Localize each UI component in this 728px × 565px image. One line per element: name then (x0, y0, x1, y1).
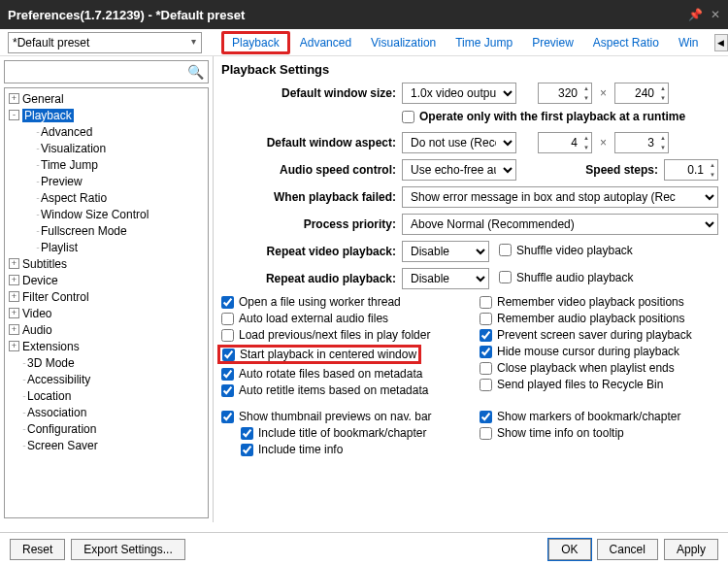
operate-only-label[interactable]: Operate only with the first playback at … (419, 110, 685, 123)
shuffle-video-checkbox[interactable] (499, 244, 512, 256)
tree-item-general[interactable]: +General (5, 90, 208, 107)
shuffle-audio-checkbox[interactable] (499, 271, 512, 283)
tree-item-3d-mode[interactable]: ··3D Mode (5, 354, 208, 371)
tree-item-fullscreen-mode[interactable]: ··Fullscreen Mode (5, 222, 208, 239)
expand-icon[interactable]: + (9, 275, 19, 285)
tree-item-location[interactable]: ··Location (5, 387, 208, 404)
checkbox-label[interactable]: Start playback in centered window (240, 348, 416, 361)
tree-item-playlist[interactable]: ··Playlist (5, 239, 208, 255)
checkbox-label[interactable]: Auto retitle items based on metadata (239, 383, 428, 397)
checkbox[interactable] (222, 349, 235, 361)
shuffle-video-label[interactable]: Shuffle video playback (516, 244, 633, 257)
tree-label: Subtitles (22, 257, 67, 271)
width-down[interactable]: ▼ (581, 93, 591, 103)
tab-aspect-ratio[interactable]: Aspect Ratio (583, 32, 669, 53)
width-up[interactable]: ▲ (581, 83, 591, 93)
checkbox-label[interactable]: Remember video playback positions (497, 295, 684, 309)
checkbox[interactable] (480, 427, 492, 440)
tree-item-aspect-ratio[interactable]: ··Aspect Ratio (5, 189, 208, 206)
default-window-size-select[interactable]: 1.0x video output (402, 83, 516, 104)
checkbox[interactable] (221, 329, 234, 342)
apply-button[interactable]: Apply (664, 539, 718, 560)
checkbox-label[interactable]: Auto rotate files based on metadata (239, 367, 422, 381)
checkbox[interactable] (221, 384, 234, 397)
checkbox-label[interactable]: Close playback when playlist ends (497, 361, 675, 375)
checkbox[interactable] (221, 313, 234, 325)
expand-icon[interactable]: + (9, 93, 19, 104)
tree-item-advanced[interactable]: ··Advanced (5, 123, 208, 140)
checkbox-label[interactable]: Hide mouse cursor during playback (497, 345, 679, 358)
checkbox-label[interactable]: Show markers of bookmark/chapter (497, 410, 680, 423)
checkbox[interactable] (221, 368, 234, 381)
tree-item-device[interactable]: +Device (5, 272, 208, 288)
operate-only-checkbox[interactable] (402, 111, 414, 123)
tree-item-screen-saver[interactable]: ··Screen Saver (5, 437, 208, 453)
checkbox[interactable] (241, 444, 253, 456)
checkbox-label[interactable]: Send played files to Recycle Bin (497, 378, 663, 391)
tree-item-accessibility[interactable]: ··Accessibility (5, 371, 208, 387)
tab-advanced[interactable]: Advanced (290, 32, 361, 53)
window-aspect-select[interactable]: Do not use (Recom (402, 132, 516, 153)
tree-item-playback[interactable]: -Playback (5, 107, 208, 123)
tab-prev-button[interactable]: ◀ (714, 34, 728, 51)
checkbox-label[interactable]: Include time info (258, 443, 343, 456)
tree-item-time-jump[interactable]: ··Time Jump (5, 156, 208, 173)
tree-item-association[interactable]: ··Association (5, 404, 208, 420)
expand-icon[interactable]: + (9, 324, 19, 335)
height-up[interactable]: ▲ (658, 83, 668, 93)
tree-item-subtitles[interactable]: +Subtitles (5, 255, 208, 272)
shuffle-audio-label[interactable]: Shuffle audio playback (516, 271, 634, 284)
tab-win[interactable]: Win (669, 32, 709, 53)
expand-icon[interactable]: + (9, 308, 19, 318)
tab-preview[interactable]: Preview (522, 32, 583, 53)
tab-time-jump[interactable]: Time Jump (446, 32, 522, 53)
tree-item-filter-control[interactable]: +Filter Control (5, 288, 208, 305)
expand-icon[interactable]: + (9, 341, 19, 351)
checkbox-label[interactable]: Remember audio playback positions (497, 312, 684, 325)
checkbox[interactable] (241, 427, 253, 440)
checkbox-label[interactable]: Open a file using worker thread (239, 295, 401, 309)
preset-select[interactable] (8, 32, 202, 53)
cancel-button[interactable]: Cancel (597, 539, 658, 560)
expand-icon[interactable]: + (9, 291, 19, 302)
checkbox-label[interactable]: Show thumbnail previews on nav. bar (239, 410, 432, 423)
tree-item-extensions[interactable]: +Extensions (5, 338, 208, 354)
checkbox-label[interactable]: Auto load external audio files (239, 312, 388, 325)
checkbox-label[interactable]: Show time info on tooltip (497, 426, 624, 440)
checkbox[interactable] (221, 411, 234, 423)
checkbox-label[interactable]: Load previous/next files in play folder (239, 328, 430, 342)
tree-item-audio[interactable]: +Audio (5, 321, 208, 338)
tree-item-window-size-control[interactable]: ··Window Size Control (5, 206, 208, 222)
checkbox[interactable] (480, 362, 492, 375)
checkbox[interactable] (480, 329, 492, 342)
checkbox[interactable] (480, 411, 492, 423)
checkbox[interactable] (480, 313, 492, 325)
collapse-icon[interactable]: - (9, 110, 19, 120)
checkbox-label[interactable]: Include title of bookmark/chapter (258, 426, 426, 440)
tab-visualization[interactable]: Visualization (361, 32, 446, 53)
tree-item-video[interactable]: +Video (5, 305, 208, 321)
tree-item-visualization[interactable]: ··Visualization (5, 140, 208, 156)
tab-playback[interactable]: Playback (221, 31, 290, 54)
expand-icon[interactable]: + (9, 258, 19, 269)
height-down[interactable]: ▼ (658, 93, 668, 103)
process-priority-select[interactable]: Above Normal (Recommended) (402, 214, 718, 235)
search-icon[interactable]: 🔍 (187, 64, 204, 80)
audio-speed-select[interactable]: Use echo-free aud (402, 159, 516, 181)
checkbox[interactable] (480, 296, 492, 309)
repeat-audio-select[interactable]: Disable (402, 268, 489, 289)
checkbox[interactable] (480, 346, 492, 358)
checkbox[interactable] (221, 296, 234, 309)
export-settings-button[interactable]: Export Settings... (71, 539, 184, 560)
repeat-video-select[interactable]: Disable (402, 241, 489, 262)
ok-button[interactable]: OK (548, 539, 590, 560)
tree-item-preview[interactable]: ··Preview (5, 173, 208, 189)
when-failed-select[interactable]: Show error message in box and stop autop… (402, 186, 718, 208)
tree-item-configuration[interactable]: ··Configuration (5, 420, 208, 437)
checkbox-label[interactable]: Prevent screen saver during playback (497, 328, 692, 342)
search-input[interactable] (5, 61, 208, 83)
checkbox[interactable] (480, 379, 492, 391)
pin-icon[interactable]: 📌 (688, 8, 703, 21)
reset-button[interactable]: Reset (10, 539, 65, 560)
close-icon[interactable]: ✕ (711, 8, 720, 21)
